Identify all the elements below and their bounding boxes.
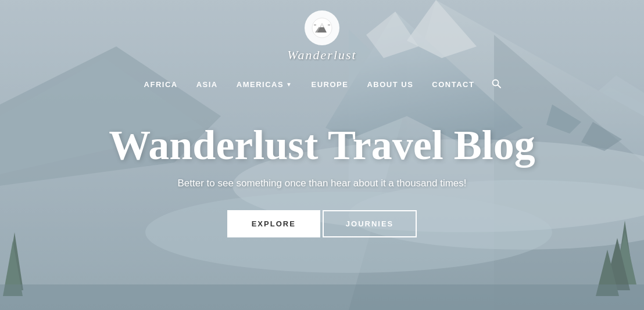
logo-icon <box>305 10 339 45</box>
logo[interactable]: Wanderlust <box>287 10 356 63</box>
logo-text: Wanderlust <box>287 48 356 63</box>
nav-africa[interactable]: AFRICA <box>137 77 185 92</box>
journies-button[interactable]: JOURNIES <box>323 210 417 237</box>
nav-asia[interactable]: ASIA <box>189 77 225 92</box>
nav-americas-label: AMERICAS <box>237 80 284 89</box>
explore-button[interactable]: EXPLORE <box>227 210 320 237</box>
nav-americas[interactable]: AMERICAS ▼ <box>230 77 300 92</box>
hero-subtitle: Better to see something once than hear a… <box>177 178 466 189</box>
hero-buttons: EXPLORE JOURNIES <box>227 210 417 237</box>
mountain-icon <box>312 17 332 38</box>
nav-europe[interactable]: EUROPE <box>305 77 356 92</box>
nav-contact[interactable]: CONTACT <box>425 77 481 92</box>
header: Wanderlust AFRICA ASIA AMERICAS ▼ EUROPE… <box>0 0 644 99</box>
hero-section: Wanderlust AFRICA ASIA AMERICAS ▼ EUROPE… <box>0 0 644 310</box>
svg-line-29 <box>498 85 501 88</box>
main-nav: AFRICA ASIA AMERICAS ▼ EUROPE ABOUT US C… <box>137 70 507 99</box>
hero-content: Wanderlust Travel Blog Better to see som… <box>109 122 535 237</box>
search-icon[interactable] <box>486 75 507 93</box>
nav-about-us[interactable]: ABOUT US <box>360 77 420 92</box>
hero-title: Wanderlust Travel Blog <box>109 122 535 168</box>
chevron-down-icon: ▼ <box>286 81 292 88</box>
